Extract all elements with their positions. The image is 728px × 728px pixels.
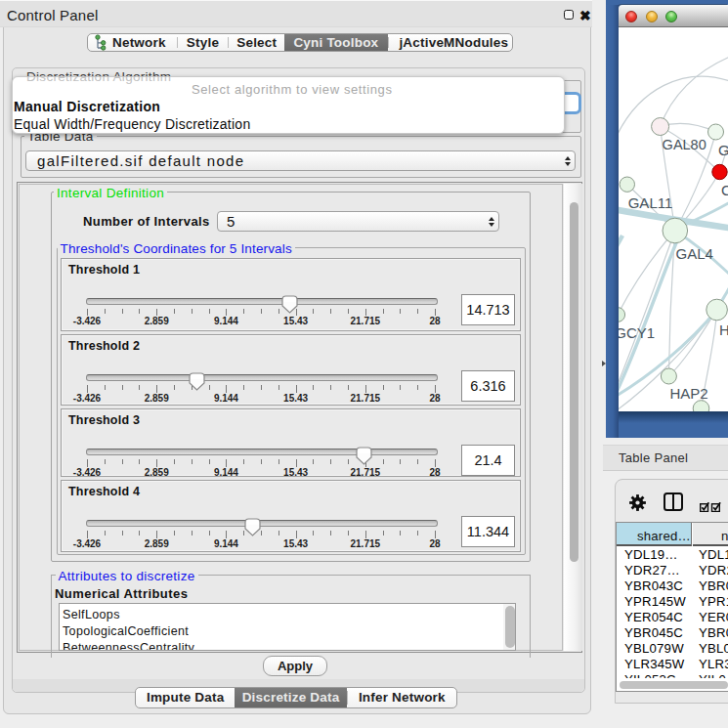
svg-text:H: H xyxy=(719,321,728,338)
svg-text:GAL80: GAL80 xyxy=(663,137,707,152)
svg-text:GAL11: GAL11 xyxy=(628,194,673,211)
svg-text:C: C xyxy=(721,182,728,198)
svg-text:GA: GA xyxy=(718,142,728,158)
svg-text:GAL4: GAL4 xyxy=(676,245,713,262)
svg-text:GCY1: GCY1 xyxy=(618,324,655,341)
svg-text:HAP2: HAP2 xyxy=(669,385,707,402)
